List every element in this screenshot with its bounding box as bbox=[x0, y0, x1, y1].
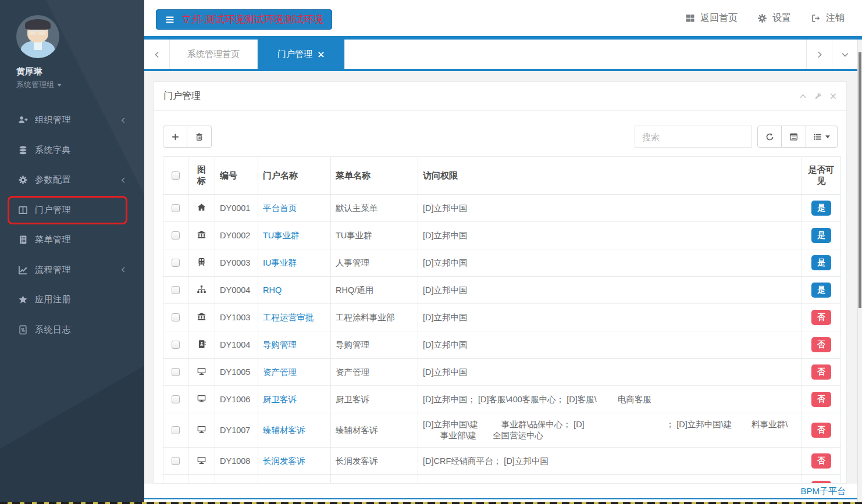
portal-name-link[interactable]: 厨卫客诉 bbox=[263, 395, 297, 404]
cell-menu-name: DIY客诉 bbox=[331, 475, 418, 484]
cell-icon bbox=[188, 249, 215, 277]
row-checkbox[interactable] bbox=[172, 286, 180, 294]
visibility-badge[interactable]: 否 bbox=[811, 337, 831, 352]
visibility-badge[interactable]: 是 bbox=[811, 255, 831, 270]
cell-icon bbox=[188, 475, 215, 484]
table-toolbar bbox=[163, 126, 838, 148]
header-cell-编号: 编号 bbox=[215, 157, 258, 195]
id-card-icon bbox=[197, 339, 206, 349]
row-checkbox[interactable] bbox=[172, 341, 180, 349]
portal-name-link[interactable]: 资产管理 bbox=[263, 367, 297, 377]
delete-button[interactable] bbox=[187, 126, 212, 148]
add-button[interactable] bbox=[163, 126, 187, 148]
row-checkbox[interactable] bbox=[172, 395, 180, 403]
search-input[interactable] bbox=[635, 126, 752, 148]
visibility-badge[interactable]: 否 bbox=[811, 453, 831, 469]
select-all-checkbox[interactable] bbox=[172, 171, 180, 180]
cell-icon bbox=[188, 386, 215, 413]
scrollbar-thumb[interactable] bbox=[859, 52, 861, 308]
redacted-text bbox=[585, 421, 666, 429]
topbar-action-返回首页[interactable]: 返回首页 bbox=[685, 12, 738, 24]
portal-name-link[interactable]: 工程运营审批 bbox=[263, 313, 314, 322]
row-checkbox[interactable] bbox=[172, 231, 180, 240]
visibility-badge[interactable]: 否 bbox=[811, 423, 831, 438]
topbar-action-label: 设置 bbox=[772, 12, 791, 24]
topbar-action-注销[interactable]: 注销 bbox=[811, 12, 845, 24]
portal-name-link[interactable]: 平台首页 bbox=[263, 203, 297, 213]
desktop-icon bbox=[197, 425, 206, 434]
main-area: 立邦-测试环境测试环境测试环境 返回首页设置注销 系统管理首页门户管理 门户管理 bbox=[144, 0, 862, 504]
row-checkbox[interactable] bbox=[172, 204, 180, 212]
wrench-icon[interactable] bbox=[814, 92, 822, 100]
row-checkbox[interactable] bbox=[172, 368, 180, 376]
sidebar-item-流程管理[interactable]: 流程管理 bbox=[0, 255, 144, 285]
toggle-view-button[interactable] bbox=[782, 126, 806, 148]
desktop-icon bbox=[197, 456, 206, 465]
gear-icon bbox=[757, 13, 767, 23]
tabs-menu-button[interactable] bbox=[832, 40, 857, 69]
row-checkbox[interactable] bbox=[172, 313, 180, 321]
cell-permissions: [D]立邦中国 bbox=[418, 195, 802, 222]
visibility-badge[interactable]: 否 bbox=[811, 364, 831, 380]
avatar[interactable] bbox=[16, 15, 59, 58]
cell-permissions: [D]立邦中国 bbox=[418, 249, 802, 277]
cell-permissions: [D]立邦中国 bbox=[418, 359, 802, 386]
cell-code: DY1003 bbox=[215, 304, 258, 331]
tabs-scroll-right-button[interactable] bbox=[806, 40, 832, 69]
sidebar-item-参数配置[interactable]: 参数配置 bbox=[0, 165, 144, 195]
cell-code: DY0003 bbox=[215, 249, 258, 277]
sidebar-item-门户管理[interactable]: 门户管理 bbox=[0, 195, 144, 226]
cell-menu-name: 工程涂料事业部 bbox=[331, 304, 418, 331]
sidebar-item-菜单管理[interactable]: 菜单管理 bbox=[0, 225, 144, 255]
portal-name-link[interactable]: 长润发客诉 bbox=[263, 456, 305, 466]
visibility-badge[interactable]: 是 bbox=[811, 228, 831, 243]
portal-name-link[interactable]: TU事业群 bbox=[263, 231, 300, 240]
portal-name-link[interactable]: 臻辅材客诉 bbox=[263, 426, 305, 435]
user-role-dropdown[interactable]: 系统管理组 bbox=[16, 80, 144, 90]
cell-menu-name: 臻辅材客诉 bbox=[331, 413, 418, 448]
sidebar-item-label: 流程管理 bbox=[35, 264, 120, 276]
collapse-panel-icon[interactable] bbox=[799, 92, 807, 100]
redacted-text bbox=[423, 432, 440, 440]
topbar-action-设置[interactable]: 设置 bbox=[757, 12, 791, 24]
visibility-badge[interactable]: 否 bbox=[811, 392, 831, 407]
sidebar-item-系统字典[interactable]: 系统字典 bbox=[0, 135, 144, 166]
train-icon bbox=[197, 258, 206, 267]
sidebar-item-组织管理[interactable]: 组织管理 bbox=[0, 105, 144, 135]
row-checkbox[interactable] bbox=[172, 259, 180, 267]
close-panel-icon[interactable] bbox=[829, 92, 837, 100]
footer: BPM子平台 bbox=[144, 484, 862, 504]
visibility-badge[interactable]: 是 bbox=[811, 201, 831, 216]
cell-menu-name: 资产管理 bbox=[331, 359, 418, 386]
table-header-row: 图标编号门户名称菜单名称访问权限是否可见 bbox=[163, 157, 841, 195]
portals-table: 图标编号门户名称菜单名称访问权限是否可见 DY0001平台首页默认主菜单[D]立… bbox=[163, 156, 841, 484]
columns-dropdown-button[interactable] bbox=[806, 126, 838, 148]
tab-label: 系统管理首页 bbox=[187, 49, 240, 60]
brand-menu-button[interactable]: 立邦-测试环境测试环境测试环境 bbox=[156, 9, 332, 30]
cell-visibility: 否 bbox=[802, 448, 841, 475]
cell-checkbox bbox=[163, 222, 188, 249]
tab-系统管理首页[interactable]: 系统管理首页 bbox=[170, 40, 258, 69]
sidebar-item-系统日志[interactable]: 系统日志 bbox=[0, 315, 144, 345]
cell-code: DY1009 bbox=[215, 475, 258, 484]
row-checkbox[interactable] bbox=[172, 426, 180, 434]
visibility-badge[interactable]: 是 bbox=[811, 283, 831, 298]
table-row-DY1008: DY1008长润发客诉长润发客诉[D]CRF经销商平台； [D]立邦中国否 bbox=[163, 448, 841, 475]
tab-close-icon[interactable] bbox=[318, 51, 325, 58]
portal-name-link[interactable]: IU事业群 bbox=[263, 258, 297, 267]
portal-name-link[interactable]: RHQ bbox=[263, 285, 282, 295]
caret-down-icon bbox=[57, 84, 62, 87]
row-checkbox[interactable] bbox=[172, 457, 180, 465]
refresh-icon bbox=[765, 133, 774, 141]
refresh-button[interactable] bbox=[757, 126, 782, 148]
vertical-scrollbar[interactable] bbox=[857, 40, 862, 504]
cell-visibility: 否 bbox=[802, 359, 841, 386]
tab-门户管理[interactable]: 门户管理 bbox=[258, 40, 345, 69]
cell-portal-name: 平台首页 bbox=[258, 195, 331, 222]
portal-name-link[interactable]: 导购管理 bbox=[263, 340, 297, 349]
tabs-scroll-left-button[interactable] bbox=[144, 40, 170, 69]
line-chart-icon bbox=[18, 265, 28, 275]
panel-tools bbox=[799, 92, 837, 100]
sidebar-item-应用注册[interactable]: 应用注册 bbox=[0, 285, 144, 315]
visibility-badge[interactable]: 否 bbox=[811, 310, 831, 325]
